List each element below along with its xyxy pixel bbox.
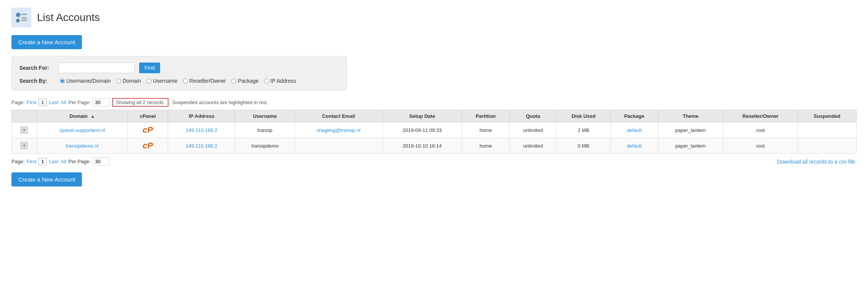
page-title: List Accounts xyxy=(37,11,100,24)
current-page-top: 1 xyxy=(39,99,47,106)
svg-point-5 xyxy=(16,19,20,23)
showing-records-text: Showing all 2 records. xyxy=(112,98,168,107)
accounts-table: Domain ▲ cPanel IP Address Username Cont… xyxy=(11,110,857,154)
per-page-label-bottom: Per Page: xyxy=(69,159,91,164)
disk-used-cell: 0 MB xyxy=(557,138,611,154)
theme-cell: paper_lantern xyxy=(658,138,723,154)
domain-link[interactable]: transipdemo.nl xyxy=(66,143,98,149)
expand-button[interactable]: + xyxy=(21,142,27,149)
download-csv-link[interactable]: Download all records to a csv file. xyxy=(777,159,857,165)
cpanel-icon[interactable]: cP xyxy=(143,125,153,135)
quota-cell: unlimited xyxy=(509,122,556,138)
col-expand xyxy=(12,110,37,122)
col-package: Package xyxy=(611,110,658,122)
first-link-top[interactable]: First xyxy=(27,100,36,105)
svg-rect-4 xyxy=(21,18,27,19)
username-cell: transipdemo xyxy=(235,138,295,154)
col-ip-address: IP Address xyxy=(168,110,235,122)
suspended-cell xyxy=(798,138,857,154)
last-link-bottom[interactable]: Last xyxy=(49,159,59,164)
pagination-bar-bottom: Page: First 1 Last All Per Page: xyxy=(11,158,110,166)
col-partition: Partition xyxy=(462,110,510,122)
svg-point-2 xyxy=(16,13,20,17)
col-reseller-owner: Reseller/Owner xyxy=(723,110,797,122)
radio-ip-address[interactable]: IP Address xyxy=(264,78,296,84)
col-theme: Theme xyxy=(658,110,723,122)
svg-rect-3 xyxy=(21,14,27,15)
disk-used-cell: 2 MB xyxy=(557,122,611,138)
page-header: List Accounts xyxy=(11,8,857,27)
ip-address-link[interactable]: 149.210.188.2 xyxy=(186,143,217,149)
svg-rect-6 xyxy=(21,20,27,21)
per-page-input-top[interactable] xyxy=(93,98,110,106)
radio-username-domain[interactable]: Username/Domain xyxy=(60,78,111,84)
col-username: Username xyxy=(235,110,295,122)
col-domain[interactable]: Domain ▲ xyxy=(37,110,127,122)
search-by-radio-group: Username/Domain Domain Username Reseller… xyxy=(60,78,296,84)
reseller-owner-cell: root xyxy=(723,138,797,154)
domain-sort-arrow: ▲ xyxy=(91,114,95,119)
per-page-input-bottom[interactable] xyxy=(93,158,110,166)
find-button[interactable]: Find xyxy=(139,63,160,73)
ip-address-link[interactable]: 149.210.188.2 xyxy=(186,127,217,133)
radio-username[interactable]: Username xyxy=(146,78,178,84)
expand-button[interactable]: + xyxy=(21,127,27,133)
col-setup-date: Setup Date xyxy=(382,110,462,122)
col-quota: Quota xyxy=(509,110,556,122)
setup-date-cell: 2019-10-10 16:14 xyxy=(382,138,462,154)
search-for-label: Search For: xyxy=(19,65,54,71)
table-row: +cpanel.supporttest.nlcP149.210.188.2tra… xyxy=(12,122,857,138)
create-new-account-button-bottom[interactable]: Create a New Account xyxy=(11,172,82,186)
suspended-cell xyxy=(798,122,857,138)
search-by-row: Search By: Username/Domain Domain Userna… xyxy=(19,78,339,84)
radio-domain[interactable]: Domain xyxy=(116,78,141,84)
cpanel-icon[interactable]: cP xyxy=(143,141,153,150)
table-header-row: Domain ▲ cPanel IP Address Username Cont… xyxy=(12,110,857,122)
col-disk-used: Disk Used xyxy=(557,110,611,122)
search-box: Search For: Find Search By: Username/Dom… xyxy=(11,56,347,90)
all-link-top[interactable]: All xyxy=(61,100,66,105)
setup-date-cell: 2019-09-11 09:33 xyxy=(382,122,462,138)
col-suspended: Suspended xyxy=(798,110,857,122)
search-input[interactable] xyxy=(58,63,135,73)
search-by-label: Search By: xyxy=(19,78,54,84)
page-label-bottom: Page: xyxy=(11,159,24,164)
col-cpanel: cPanel xyxy=(128,110,168,122)
per-page-label-top: Per Page: xyxy=(69,100,91,105)
first-link-bottom[interactable]: First xyxy=(27,159,36,164)
all-link-bottom[interactable]: All xyxy=(61,159,66,164)
quota-cell: unlimited xyxy=(509,138,556,154)
partition-cell: home xyxy=(462,138,510,154)
partition-cell: home xyxy=(462,122,510,138)
search-for-row: Search For: Find xyxy=(19,63,339,73)
suspended-note: Suspended accounts are highlighted in re… xyxy=(172,100,268,105)
reseller-owner-cell: root xyxy=(723,122,797,138)
package-link[interactable]: default xyxy=(627,127,642,133)
radio-reseller-owner[interactable]: Reseller/Owner xyxy=(183,78,226,84)
contact-email-cell xyxy=(295,138,382,154)
theme-cell: paper_lantern xyxy=(658,122,723,138)
page-label-top: Page: xyxy=(11,100,24,105)
pagination-bar-top: Page: First 1 Last All Per Page: Showing… xyxy=(11,98,857,107)
create-new-account-button-top[interactable]: Create a New Account xyxy=(11,35,82,49)
table-row: +transipdemo.nlcP149.210.188.2transipdem… xyxy=(12,138,857,154)
col-contact-email: Contact Email xyxy=(295,110,382,122)
last-link-top[interactable]: Last xyxy=(49,100,59,105)
current-page-bottom: 1 xyxy=(39,158,47,165)
contact-email-link[interactable]: shagting@transip.nl xyxy=(316,127,360,133)
page-icon xyxy=(11,8,31,27)
package-link[interactable]: default xyxy=(627,143,642,149)
username-cell: transip xyxy=(235,122,295,138)
bottom-bar: Page: First 1 Last All Per Page: Downloa… xyxy=(11,158,857,166)
radio-package[interactable]: Package xyxy=(231,78,258,84)
domain-link[interactable]: cpanel.supporttest.nl xyxy=(59,127,105,133)
